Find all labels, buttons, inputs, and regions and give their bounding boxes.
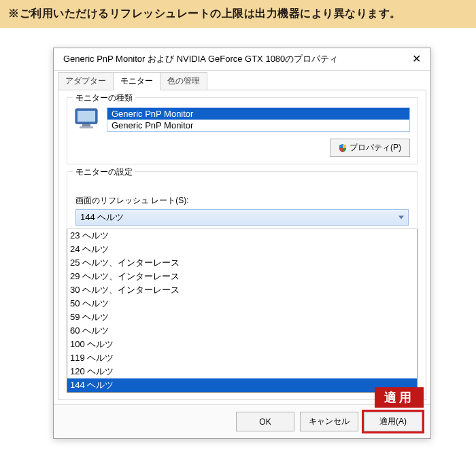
dialog-footer: OK キャンセル 適用 適用(A): [54, 404, 430, 438]
monitor-settings-label: モニターの設定: [73, 166, 135, 178]
properties-button-label: プロパティ(P): [350, 142, 401, 154]
close-icon[interactable]: ✕: [408, 52, 425, 66]
refresh-rate-dropdown-list[interactable]: 23 ヘルツ 24 ヘルツ 25 ヘルツ、インターレース 29 ヘルツ、インター…: [67, 229, 418, 393]
refresh-rate-label: 画面のリフレッシュ レート(S):: [75, 195, 409, 207]
titlebar: Generic PnP Monitor および NVIDIA GeForce G…: [54, 48, 430, 71]
tab-color-management[interactable]: 色の管理: [160, 72, 207, 90]
svg-rect-1: [78, 111, 95, 122]
refresh-rate-option[interactable]: 23 ヘルツ: [67, 229, 417, 243]
refresh-rate-option[interactable]: 29 ヘルツ、インターレース: [67, 270, 417, 283]
ok-button[interactable]: OK: [236, 412, 294, 431]
monitor-type-group: モニターの種類 Generic PnP Monitor Generic PnP …: [67, 97, 418, 164]
refresh-rate-option[interactable]: 100 ヘルツ: [67, 338, 417, 351]
monitor-type-label: モニターの種類: [73, 92, 135, 104]
refresh-rate-option[interactable]: 24 ヘルツ: [67, 243, 417, 256]
shield-icon: [339, 144, 347, 152]
apply-callout-flag: 適用: [375, 387, 424, 408]
monitor-listbox[interactable]: Generic PnP Monitor Generic PnP Monitor: [107, 107, 410, 132]
refresh-rate-option[interactable]: 60 ヘルツ: [67, 324, 417, 338]
note-banner: ※ご利用いただけるリフレッシュレートの上限は出力機器により異なります。: [0, 0, 476, 28]
refresh-rate-option[interactable]: 30 ヘルツ、インターレース: [67, 283, 417, 297]
monitor-list-item[interactable]: Generic PnP Monitor: [107, 120, 409, 131]
properties-button[interactable]: プロパティ(P): [330, 139, 410, 157]
refresh-rate-select[interactable]: 144 ヘルツ: [75, 209, 409, 226]
refresh-rate-option[interactable]: 119 ヘルツ: [67, 351, 417, 365]
monitor-settings-group: モニターの設定 画面のリフレッシュ レート(S): 144 ヘルツ: [67, 171, 418, 229]
tab-monitor[interactable]: モニター: [113, 72, 160, 90]
refresh-rate-selected-value: 144 ヘルツ: [80, 212, 124, 222]
apply-button[interactable]: 適用(A): [364, 412, 422, 431]
svg-rect-2: [82, 124, 90, 126]
properties-dialog: Generic PnP Monitor および NVIDIA GeForce G…: [53, 48, 431, 439]
dialog-title: Generic PnP Monitor および NVIDIA GeForce G…: [63, 53, 338, 65]
monitor-icon: [74, 107, 103, 132]
refresh-rate-option[interactable]: 59 ヘルツ: [67, 310, 417, 324]
monitor-list-item[interactable]: Generic PnP Monitor: [107, 108, 409, 120]
tabstrip: アダプター モニター 色の管理: [54, 71, 430, 90]
svg-rect-3: [80, 126, 93, 128]
refresh-rate-option[interactable]: 25 ヘルツ、インターレース: [67, 256, 417, 270]
tab-body: モニターの種類 Generic PnP Monitor Generic PnP …: [58, 90, 426, 400]
cancel-button[interactable]: キャンセル: [300, 412, 358, 431]
refresh-rate-option[interactable]: 120 ヘルツ: [67, 365, 417, 378]
refresh-rate-option[interactable]: 50 ヘルツ: [67, 297, 417, 310]
refresh-rate-option[interactable]: 144 ヘルツ: [67, 378, 417, 392]
tab-adapter[interactable]: アダプター: [58, 72, 114, 90]
